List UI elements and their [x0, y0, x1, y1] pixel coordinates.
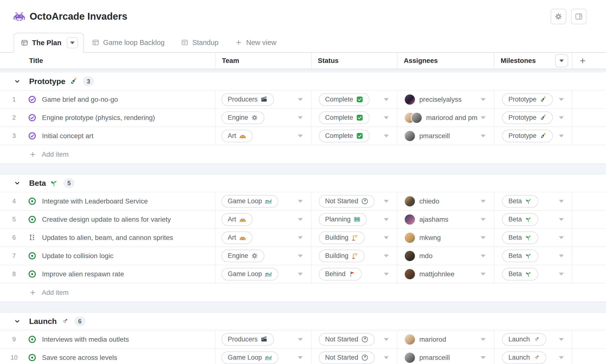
title-cell[interactable]: 5 Creative design update to aliens for v… — [0, 210, 216, 228]
dropdown-caret[interactable] — [384, 116, 389, 119]
dropdown-caret[interactable] — [298, 236, 303, 239]
item-title[interactable]: Integrate with Leaderboard Service — [42, 197, 148, 205]
team-pill[interactable]: Art — [221, 213, 253, 226]
milestone-pill[interactable]: Launch — [502, 351, 546, 364]
milestone-cell[interactable]: Beta — [494, 192, 572, 210]
avatar[interactable] — [405, 334, 415, 345]
team-pill[interactable]: Game Loop — [221, 268, 278, 280]
assignees-cell[interactable]: ajashams — [398, 210, 494, 228]
dropdown-caret[interactable] — [559, 98, 564, 101]
dropdown-caret[interactable] — [481, 338, 486, 341]
status-cell[interactable]: Not Started — [311, 330, 398, 348]
item-title[interactable]: Save score across levels — [42, 354, 117, 362]
title-cell[interactable]: 1 Game brief and go-no-go — [0, 91, 216, 108]
milestone-pill[interactable]: Beta — [502, 268, 538, 280]
dropdown-caret[interactable] — [481, 356, 486, 359]
milestone-cell[interactable]: Prototype — [494, 109, 572, 127]
assignees-cell[interactable]: chiedo — [398, 192, 494, 210]
item-title[interactable]: Initial concept art — [42, 132, 93, 140]
item-title[interactable]: Game brief and go-no-go — [42, 96, 118, 104]
dropdown-caret[interactable] — [298, 116, 303, 119]
avatar[interactable] — [412, 113, 422, 123]
tab-menu-button[interactable] — [67, 37, 78, 48]
status-cell[interactable]: Not Started — [311, 192, 398, 210]
dropdown-caret[interactable] — [481, 255, 486, 257]
dropdown-caret[interactable] — [559, 116, 564, 119]
team-cell[interactable]: Producers — [216, 330, 311, 348]
dropdown-caret[interactable] — [559, 338, 564, 341]
avatar[interactable] — [405, 233, 415, 243]
settings-button[interactable] — [551, 9, 566, 24]
status-pill[interactable]: Complete — [319, 130, 370, 142]
dropdown-caret[interactable] — [384, 236, 389, 239]
team-pill[interactable]: Game Loop — [221, 351, 278, 364]
assignees-cell[interactable]: mattjohnlee — [398, 265, 494, 283]
item-title[interactable]: Engine prototype (physics, rendering) — [42, 114, 155, 122]
milestone-pill[interactable]: Beta — [502, 231, 538, 244]
status-cell[interactable]: Complete — [311, 127, 398, 145]
avatar[interactable] — [405, 196, 415, 206]
status-pill[interactable]: Building — [319, 231, 365, 244]
milestone-cell[interactable]: Beta — [494, 265, 572, 283]
milestone-pill[interactable]: Beta — [502, 250, 538, 262]
add-item-button[interactable]: Add item — [0, 145, 606, 163]
avatar[interactable] — [405, 131, 415, 141]
team-pill[interactable]: Producers — [221, 333, 274, 346]
dropdown-caret[interactable] — [298, 338, 303, 341]
status-cell[interactable]: Complete — [311, 91, 398, 108]
status-cell[interactable]: Behind — [311, 265, 398, 283]
item-title[interactable]: Updates to alien, beam, and cannon sprit… — [42, 234, 173, 242]
dropdown-caret[interactable] — [481, 134, 486, 137]
title-cell[interactable]: 8 Improve alien respawn rate — [0, 265, 216, 283]
dropdown-caret[interactable] — [559, 200, 564, 203]
status-pill[interactable]: Planning — [319, 213, 367, 226]
team-cell[interactable]: Art — [216, 229, 311, 247]
team-cell[interactable]: Game Loop — [216, 265, 311, 283]
title-cell[interactable]: 2 Engine prototype (physics, rendering) — [0, 109, 216, 127]
dropdown-caret[interactable] — [559, 273, 564, 276]
dropdown-caret[interactable] — [481, 116, 486, 119]
status-pill[interactable]: Complete — [319, 93, 370, 106]
status-pill[interactable]: Not Started — [319, 351, 375, 364]
column-header-status[interactable]: Status — [311, 53, 398, 69]
tab-game-loop-backlog[interactable]: Game loop Backlog — [84, 33, 173, 52]
tab-standup[interactable]: Standup — [173, 33, 227, 52]
milestones-menu-button[interactable] — [555, 54, 568, 67]
avatar[interactable] — [405, 251, 415, 261]
status-cell[interactable]: Planning — [311, 210, 398, 228]
avatar[interactable] — [405, 269, 415, 279]
milestone-cell[interactable]: Beta — [494, 229, 572, 247]
side-panel-button[interactable] — [571, 9, 587, 24]
milestone-cell[interactable]: Prototype — [494, 127, 572, 145]
dropdown-caret[interactable] — [559, 356, 564, 359]
team-cell[interactable]: Producers — [216, 91, 311, 108]
item-title[interactable]: Creative design update to aliens for var… — [42, 216, 171, 223]
dropdown-caret[interactable] — [481, 98, 486, 101]
team-pill[interactable]: Engine — [221, 250, 264, 262]
status-pill[interactable]: Complete — [319, 111, 370, 124]
milestone-pill[interactable]: Beta — [502, 195, 538, 208]
dropdown-caret[interactable] — [384, 98, 389, 101]
status-pill[interactable]: Not Started — [319, 195, 375, 208]
dropdown-caret[interactable] — [298, 200, 303, 203]
avatar[interactable] — [405, 94, 415, 105]
item-title[interactable]: Interviews with media outlets — [42, 336, 129, 343]
milestone-pill[interactable]: Prototype — [502, 130, 553, 142]
status-cell[interactable]: Not Started — [311, 349, 398, 364]
title-cell[interactable]: 3 Initial concept art — [0, 127, 216, 145]
dropdown-caret[interactable] — [298, 218, 303, 221]
milestone-cell[interactable]: Beta — [494, 210, 572, 228]
dropdown-caret[interactable] — [384, 134, 389, 137]
title-cell[interactable]: 6 Updates to alien, beam, and cannon spr… — [0, 229, 216, 247]
column-header-title[interactable]: Title — [0, 53, 216, 69]
team-cell[interactable]: Art — [216, 127, 311, 145]
column-header-assignees[interactable]: Assignees — [398, 53, 494, 69]
add-column-header[interactable] — [572, 53, 606, 69]
milestone-cell[interactable]: Beta — [494, 247, 572, 265]
dropdown-caret[interactable] — [559, 236, 564, 239]
team-pill[interactable]: Game Loop — [221, 195, 278, 208]
avatar[interactable] — [405, 352, 415, 363]
dropdown-caret[interactable] — [298, 98, 303, 101]
milestone-pill[interactable]: Beta — [502, 213, 538, 226]
assignees-cell[interactable]: mariorod — [398, 330, 494, 348]
